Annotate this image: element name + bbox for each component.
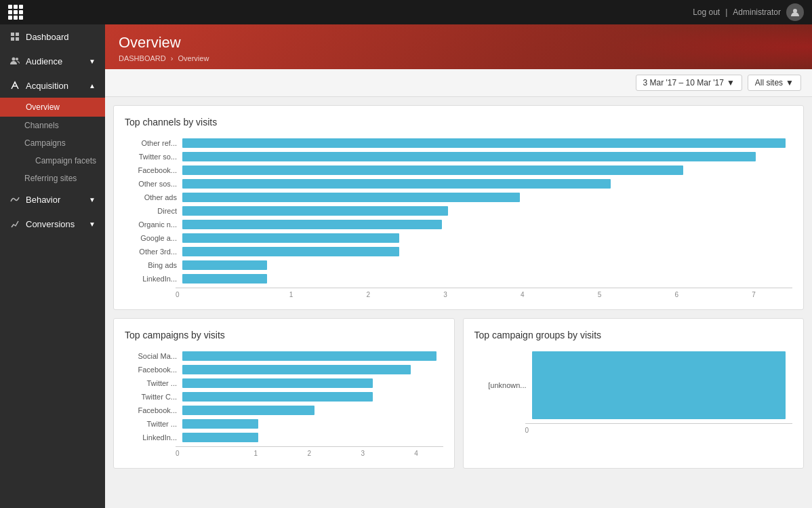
sidebar-sub-referring-sites[interactable]: Referring sites <box>0 170 105 187</box>
top-campaign-groups-chart: Top campaign groups by visits [unknown..… <box>463 318 805 469</box>
sidebar-sub-campaign-facets[interactable]: Campaign facets <box>0 152 105 170</box>
bar-fill <box>532 351 786 419</box>
bar-fill <box>182 179 611 189</box>
bar-label: Other sos... <box>131 180 182 188</box>
sidebar-audience-label: Audience <box>26 56 62 66</box>
sidebar: Dashboard Audience ▼ Acquisition ▲ Overv… <box>0 24 105 508</box>
behavior-icon <box>9 194 20 205</box>
audience-icon <box>9 56 20 66</box>
bar-track <box>182 433 437 442</box>
site-filter-label: All sites <box>755 78 783 87</box>
date-range-label: 3 Mar '17 – 10 Mar '17 <box>643 78 724 87</box>
bar-fill <box>182 165 683 175</box>
logout-link[interactable]: Log out <box>693 7 720 17</box>
sidebar-item-audience[interactable]: Audience ▼ <box>0 49 105 73</box>
axis-label: 5 <box>561 291 638 298</box>
behavior-chevron: ▼ <box>89 196 96 203</box>
bar-label: Organic n... <box>131 220 182 229</box>
bar-row: Twitter ... <box>131 419 437 429</box>
bar-row: Facebook... <box>131 406 437 415</box>
top-campaign-groups-title: Top campaign groups by visits <box>474 330 793 340</box>
top-campaigns-bars: Social Ma...Facebook...Twitter ...Twitte… <box>125 351 443 442</box>
axis-label: 4 <box>484 291 561 298</box>
bar-track <box>182 274 786 284</box>
bar-fill <box>182 152 756 161</box>
bar-track <box>182 233 786 243</box>
sidebar-dashboard-label: Dashboard <box>26 32 69 42</box>
bar-track <box>182 206 786 216</box>
bar-row: Facebook... <box>131 365 437 374</box>
sidebar-item-conversions[interactable]: Conversions ▼ <box>0 212 105 236</box>
main-layout: Dashboard Audience ▼ Acquisition ▲ Overv… <box>0 24 812 508</box>
sidebar-sub-overview[interactable]: Overview <box>0 98 105 117</box>
top-channels-chart: Top channels by visits Other ref...Twitt… <box>113 105 804 310</box>
bar-label: Other ref... <box>131 139 182 147</box>
bar-label: Other ads <box>131 193 182 201</box>
bar-track <box>182 351 437 361</box>
bar-row: Organic n... <box>131 220 786 229</box>
breadcrumb-current: Overview <box>178 54 209 62</box>
top-channels-title: Top channels by visits <box>125 117 792 128</box>
breadcrumb-home[interactable]: DASHBOARD <box>119 54 166 62</box>
page-header: Overview DASHBOARD › Overview <box>105 24 812 69</box>
sidebar-item-acquisition[interactable]: Acquisition ▲ <box>0 73 105 98</box>
top-campaigns-chart: Top campaigns by visits Social Ma...Face… <box>113 318 455 469</box>
bar-track <box>182 365 437 374</box>
topbar-right: Log out | Administrator <box>693 3 804 21</box>
top-campaigns-axis: 01234 <box>176 446 443 457</box>
top-campaigns-title: Top campaigns by visits <box>125 330 443 340</box>
svg-point-6 <box>16 58 18 60</box>
axis-label: 3 <box>336 450 390 457</box>
bar-fill <box>182 274 267 284</box>
bar-fill <box>182 433 258 442</box>
bar-label: Twitter C... <box>131 393 182 401</box>
axis-label: 7 <box>715 291 792 298</box>
bar-label: LinkedIn... <box>131 275 182 283</box>
bar-row: [unknown... <box>481 351 786 419</box>
sidebar-item-dashboard[interactable]: Dashboard <box>0 24 105 49</box>
axis-label: 4 <box>390 450 443 457</box>
axis-label: 1 <box>229 450 283 457</box>
bar-track <box>182 419 437 429</box>
bar-track <box>182 406 437 415</box>
bar-row: Twitter C... <box>131 392 437 402</box>
bar-row: Social Ma... <box>131 351 437 361</box>
site-filter-chevron: ▼ <box>786 78 794 87</box>
bar-fill <box>182 260 267 270</box>
audience-chevron: ▼ <box>89 58 96 65</box>
bottom-row: Top campaigns by visits Social Ma...Face… <box>113 318 804 477</box>
date-range-button[interactable]: 3 Mar '17 – 10 Mar '17 ▼ <box>636 75 742 91</box>
app-grid-icon[interactable] <box>8 5 23 20</box>
breadcrumb: DASHBOARD › Overview <box>119 54 798 62</box>
bar-row: Other ref... <box>131 138 786 148</box>
bar-fill <box>182 193 520 202</box>
axis-label: 0 <box>176 450 229 457</box>
bar-track <box>182 260 786 270</box>
bar-row: Google a... <box>131 233 786 243</box>
sidebar-sub-campaigns[interactable]: Campaigns <box>0 134 105 152</box>
bar-label: LinkedIn... <box>131 433 182 442</box>
bar-label: Facebook... <box>131 366 182 374</box>
bar-row: Facebook... <box>131 165 786 175</box>
bar-fill <box>182 233 399 243</box>
sidebar-conversions-label: Conversions <box>26 219 75 229</box>
site-filter-button[interactable]: All sites ▼ <box>748 75 801 91</box>
bar-fill <box>182 206 448 216</box>
breadcrumb-separator: › <box>171 54 176 62</box>
sidebar-item-behavior[interactable]: Behavior ▼ <box>0 187 105 212</box>
bar-track <box>182 392 437 402</box>
bar-row: Twitter ... <box>131 378 437 388</box>
conversions-icon <box>9 218 20 229</box>
axis-label: 3 <box>407 291 484 298</box>
top-channels-bars: Other ref...Twitter so...Facebook...Othe… <box>125 138 792 284</box>
topbar-separator: | <box>725 7 727 17</box>
svg-rect-4 <box>16 37 19 41</box>
sidebar-acquisition-label: Acquisition <box>26 81 68 91</box>
charts-container: Top channels by visits Other ref...Twitt… <box>105 97 812 508</box>
sidebar-sub-channels[interactable]: Channels <box>0 117 105 134</box>
top-campaign-groups-bars: [unknown... <box>474 351 793 419</box>
top-channels-axis: 01234567 <box>176 288 792 298</box>
bar-label: Twitter so... <box>131 153 182 161</box>
bar-fill <box>182 220 442 229</box>
svg-rect-1 <box>11 33 14 36</box>
